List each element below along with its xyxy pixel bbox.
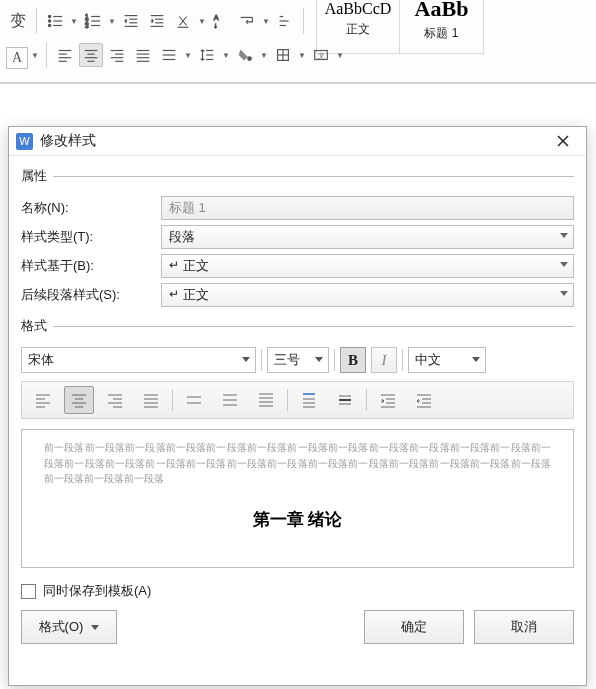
app-icon: W bbox=[16, 133, 33, 150]
indent-inc-button[interactable] bbox=[373, 386, 403, 414]
label-based: 样式基于(B): bbox=[21, 257, 161, 275]
align-center-icon[interactable] bbox=[79, 43, 103, 67]
based-combo[interactable]: ↵正文 bbox=[161, 254, 574, 278]
line-spacing-icon[interactable] bbox=[195, 43, 219, 67]
style-preview: AaBbCcD bbox=[325, 0, 392, 18]
clear-format-icon[interactable] bbox=[171, 9, 195, 33]
format-menu-button[interactable]: 格式(O) bbox=[21, 610, 117, 644]
numbering-icon[interactable]: 123 bbox=[81, 9, 105, 33]
font-combo[interactable]: 宋体 bbox=[21, 347, 256, 373]
linespace-1-button[interactable] bbox=[179, 386, 209, 414]
svg-point-0 bbox=[48, 15, 50, 17]
save-template-row[interactable]: 同时保存到模板(A) bbox=[21, 582, 574, 600]
section-format: 格式 宋体 三号 B I 中文 bbox=[21, 317, 574, 568]
bold-button[interactable]: B bbox=[340, 347, 366, 373]
svg-text:↓: ↓ bbox=[214, 21, 218, 30]
checkbox-icon[interactable] bbox=[21, 584, 36, 599]
indent-increase-icon[interactable] bbox=[145, 9, 169, 33]
svg-point-4 bbox=[48, 24, 50, 26]
dropdown-icon[interactable]: ▼ bbox=[297, 43, 307, 67]
svg-text:3: 3 bbox=[85, 22, 89, 29]
align-distribute-icon[interactable] bbox=[157, 43, 181, 67]
align-justify-button[interactable] bbox=[136, 386, 166, 414]
shading-icon[interactable] bbox=[233, 43, 257, 67]
dropdown-icon[interactable]: ▼ bbox=[107, 9, 117, 33]
preview-prev-text: 前一段落前一段落前一段落前一段落前一段落前一段落前一段落前一段落前一段落前一段落… bbox=[44, 440, 551, 487]
align-left-button[interactable] bbox=[28, 386, 58, 414]
svg-text:文: 文 bbox=[318, 51, 325, 60]
dropdown-icon[interactable]: ▼ bbox=[259, 43, 269, 67]
dialog-title: 修改样式 bbox=[40, 132, 546, 150]
text-tools-icon[interactable]: 文 bbox=[309, 43, 333, 67]
type-combo[interactable]: 段落 bbox=[161, 225, 574, 249]
svg-point-51 bbox=[248, 57, 252, 61]
save-template-label: 同时保存到模板(A) bbox=[43, 582, 151, 600]
section-label: 格式 bbox=[21, 317, 47, 335]
dropdown-icon[interactable]: ▼ bbox=[183, 43, 193, 67]
style-label: 正文 bbox=[346, 21, 370, 38]
align-justify-icon[interactable] bbox=[131, 43, 155, 67]
show-marks-icon[interactable] bbox=[273, 9, 297, 33]
dropdown-icon[interactable]: ▼ bbox=[30, 43, 40, 67]
sort-icon[interactable]: A↓ bbox=[209, 9, 233, 33]
dropdown-icon[interactable]: ▼ bbox=[69, 9, 79, 33]
italic-button[interactable]: I bbox=[371, 347, 397, 373]
size-combo[interactable]: 三号 bbox=[267, 347, 329, 373]
name-input[interactable]: 标题 1 bbox=[161, 196, 574, 220]
line-wrap-icon[interactable] bbox=[235, 9, 259, 33]
modify-style-dialog: W 修改样式 属性 名称(N): 标题 1 样式类型(T): 段落 样式基于(B… bbox=[8, 126, 587, 686]
linespace-1_5-button[interactable] bbox=[215, 386, 245, 414]
bullets-icon[interactable] bbox=[43, 9, 67, 33]
dropdown-icon[interactable]: ▼ bbox=[261, 9, 271, 33]
follow-combo[interactable]: ↵正文 bbox=[161, 283, 574, 307]
borders-icon[interactable] bbox=[271, 43, 295, 67]
label-name: 名称(N): bbox=[21, 199, 161, 217]
paragraph-toolbar bbox=[21, 381, 574, 419]
ok-button[interactable]: 确定 bbox=[364, 610, 464, 644]
indent-dec-button[interactable] bbox=[409, 386, 439, 414]
script-combo[interactable]: 中文 bbox=[408, 347, 486, 373]
align-left-icon[interactable] bbox=[53, 43, 77, 67]
text-effects-icon[interactable]: 变 bbox=[6, 9, 30, 33]
indent-decrease-icon[interactable] bbox=[119, 9, 143, 33]
cancel-button[interactable]: 取消 bbox=[474, 610, 574, 644]
preview-chapter: 第一章 绪论 bbox=[44, 507, 551, 533]
close-button[interactable] bbox=[546, 128, 580, 155]
space-before-inc-button[interactable] bbox=[294, 386, 324, 414]
dropdown-icon[interactable]: ▼ bbox=[335, 43, 345, 67]
align-right-button[interactable] bbox=[100, 386, 130, 414]
label-type: 样式类型(T): bbox=[21, 228, 161, 246]
linespace-2-button[interactable] bbox=[251, 386, 281, 414]
ribbon: 变 ▼ 123▼ ▼ A↓ ▼ AaBbCcD 正文 AaBb 标题 1 bbox=[0, 0, 596, 84]
label-follow: 后续段落样式(S): bbox=[21, 286, 161, 304]
style-preview: AaBb bbox=[415, 0, 469, 22]
dialog-titlebar[interactable]: W 修改样式 bbox=[9, 127, 586, 156]
dropdown-icon[interactable]: ▼ bbox=[197, 9, 207, 33]
space-before-dec-button[interactable] bbox=[330, 386, 360, 414]
preview-pane: 前一段落前一段落前一段落前一段落前一段落前一段落前一段落前一段落前一段落前一段落… bbox=[21, 429, 574, 568]
align-right-icon[interactable] bbox=[105, 43, 129, 67]
section-label: 属性 bbox=[21, 167, 47, 185]
section-attributes: 属性 名称(N): 标题 1 样式类型(T): 段落 样式基于(B): ↵正文 … bbox=[21, 167, 574, 309]
dropdown-icon[interactable]: ▼ bbox=[221, 43, 231, 67]
align-center-button[interactable] bbox=[64, 386, 94, 414]
svg-point-2 bbox=[48, 20, 50, 22]
font-color-icon[interactable]: A bbox=[6, 47, 28, 69]
